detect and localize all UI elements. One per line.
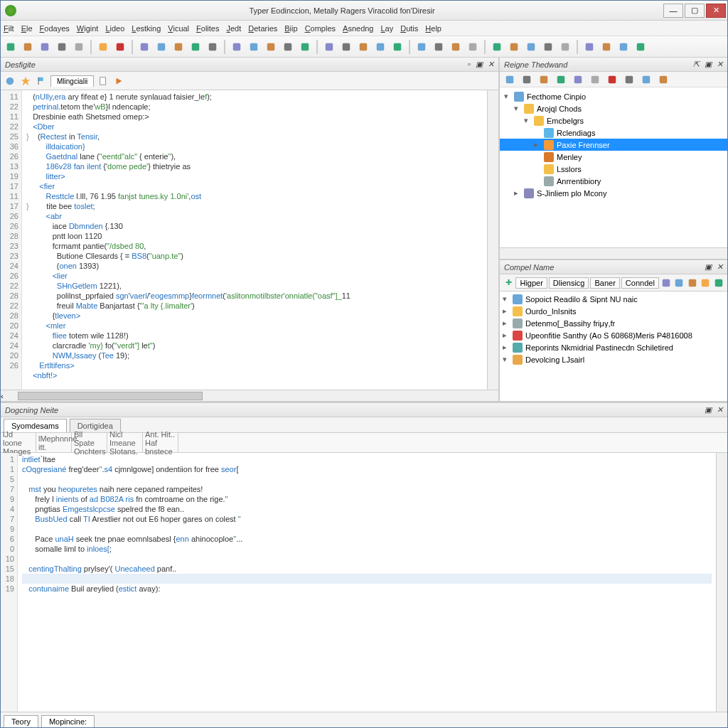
toolbar-button[interactable] — [96, 40, 110, 54]
toolbar-button[interactable] — [247, 40, 261, 54]
toolbar-button[interactable] — [356, 40, 370, 54]
compel-pill[interactable]: Baner — [590, 277, 619, 289]
toolbar-button[interactable] — [524, 40, 538, 54]
run-icon[interactable] — [112, 75, 125, 87]
toolbar-button[interactable] — [507, 40, 521, 54]
menu-folites[interactable]: Folites — [196, 24, 219, 33]
toolbar-button[interactable] — [582, 40, 596, 54]
project-tree[interactable]: ▾Fecthome Cinpio▾Arojql Chods▾EmcbelgrsR… — [500, 87, 727, 247]
menu-jedt[interactable]: Jedt — [226, 24, 241, 33]
toolbar-button[interactable] — [4, 40, 18, 54]
toolbar-button[interactable] — [298, 40, 312, 54]
compel-item[interactable]: ▸Detenmo[_Bassihy friμγ,fr — [503, 317, 724, 329]
panel-max-icon[interactable]: ▣ — [705, 60, 712, 68]
toolbar-button[interactable] — [373, 40, 387, 54]
flag-icon[interactable] — [35, 75, 48, 87]
close-button[interactable]: ✕ — [706, 4, 726, 18]
editor-code[interactable]: (nUlly,era ary fifeat e} 1 nerute synlau… — [22, 90, 487, 390]
toolbar-button[interactable] — [264, 40, 278, 54]
console-vscroll[interactable] — [716, 453, 727, 712]
toolbar-button[interactable] — [72, 40, 86, 54]
panel-close-icon[interactable]: ✕ — [488, 60, 494, 68]
toolbar-button[interactable] — [171, 40, 186, 54]
menu-filt[interactable]: Filt — [4, 24, 14, 33]
compel-icon[interactable]: ✚ — [503, 276, 514, 290]
panel-max-icon[interactable]: ▣ — [705, 262, 712, 271]
toolbar-button[interactable] — [541, 40, 555, 54]
project-tb-button[interactable] — [588, 73, 602, 87]
console-subtab[interactable]: lMephnnne.itt. — [36, 433, 72, 452]
project-tb-button[interactable] — [656, 73, 670, 87]
toolbar-button[interactable] — [21, 40, 35, 54]
toolbar-button[interactable] — [432, 40, 446, 54]
project-tb-button[interactable] — [554, 73, 568, 87]
compel-tb-button[interactable] — [673, 276, 685, 290]
console-subtab[interactable]: Nicl ImeaneSlotans. — [107, 433, 143, 452]
menu-asnedng[interactable]: Asnedng — [343, 24, 373, 33]
status-tab-right[interactable]: Mopincine: — [41, 715, 95, 727]
menu-comples[interactable]: Comples — [305, 24, 336, 33]
toolbar-button[interactable] — [449, 40, 463, 54]
compel-tb-button[interactable] — [713, 276, 724, 290]
toolbar-button[interactable] — [490, 40, 504, 54]
compel-tb-button[interactable] — [700, 276, 711, 290]
toolbar-button[interactable] — [154, 40, 168, 54]
tree-item[interactable]: Lsslors — [500, 163, 727, 175]
tree-item[interactable]: Menley — [500, 151, 727, 163]
tree-item[interactable]: ▸S-Jinliem plo Mcony — [500, 187, 727, 199]
doc-icon[interactable] — [97, 75, 109, 87]
menu-help[interactable]: Help — [425, 24, 441, 33]
tree-item[interactable]: ▾Fecthome Cinpio — [500, 90, 727, 102]
compel-pill[interactable]: Conndel — [621, 277, 659, 289]
toolbar-button[interactable] — [390, 40, 405, 54]
project-tb-button[interactable] — [520, 73, 534, 87]
toolbar-button[interactable] — [322, 40, 336, 54]
toolbar-button[interactable] — [55, 40, 69, 54]
toolbar-button[interactable] — [466, 40, 480, 54]
globe-icon[interactable] — [4, 75, 16, 87]
compel-item[interactable]: ▸Upeonfitie Santhy (Ao S 60868)Meris P48… — [503, 329, 724, 341]
toolbar-button[interactable] — [414, 40, 429, 54]
menu-wigint[interactable]: Wigint — [77, 24, 99, 33]
tree-item[interactable]: ▸Paxie Frennser — [500, 139, 727, 151]
toolbar-button[interactable] — [616, 40, 631, 54]
compel-tb-button[interactable] — [660, 276, 672, 290]
editor-tab[interactable]: Mlingcialii — [50, 75, 94, 87]
compel-item[interactable]: ▸Ourdo_InIsnits — [503, 305, 724, 317]
status-tab-left[interactable]: Teory — [4, 715, 38, 727]
toolbar-button[interactable] — [599, 40, 614, 54]
compel-pill[interactable]: Higper — [515, 277, 547, 289]
hscroll-thumb[interactable] — [18, 392, 203, 400]
compel-list[interactable]: ▾Sopoict Readilo & Sipnt NU naic▸Ourdo_I… — [500, 291, 727, 401]
project-tb-button[interactable] — [639, 73, 653, 87]
console-subtab[interactable]: Bll SpateOnchters — [72, 433, 107, 452]
compel-item[interactable]: ▾Sopoict Readilo & Sipnt NU naic — [503, 293, 724, 305]
console-output[interactable]: intliet`ltaecOqgresiané freg'deer".s4 cj… — [18, 453, 716, 712]
tree-item[interactable]: ▾Emcbelgrs — [500, 114, 727, 127]
toolbar-button[interactable] — [281, 40, 295, 54]
toolbar-button[interactable] — [339, 40, 353, 54]
toolbar-button[interactable] — [38, 40, 52, 54]
toolbar-button[interactable] — [633, 40, 648, 54]
toolbar-button[interactable] — [230, 40, 244, 54]
toolbar-button[interactable] — [558, 40, 572, 54]
menu-vicual[interactable]: Vicual — [168, 24, 189, 33]
menu-fodayes[interactable]: Fodayes — [40, 24, 70, 33]
compel-item[interactable]: ▸Reporints Nkmidrial Pastinecdn Schileti… — [503, 341, 724, 353]
menu-ele[interactable]: Ele — [21, 24, 33, 33]
project-tb-button[interactable] — [605, 73, 619, 87]
menu-detaries[interactable]: Detaries — [248, 24, 277, 33]
panel-close-icon[interactable]: ✕ — [717, 405, 723, 414]
project-tb-button[interactable] — [622, 73, 636, 87]
menu-biip[interactable]: Biip — [284, 24, 297, 33]
compel-item[interactable]: ▾Devolcing LJsairl — [503, 353, 724, 365]
tree-item[interactable]: ▾Arojql Chods — [500, 102, 727, 114]
project-tb-button[interactable] — [537, 73, 551, 87]
panel-close-icon[interactable]: ✕ — [717, 60, 723, 68]
project-tb-button[interactable] — [503, 73, 517, 87]
menu-lay[interactable]: Lay — [380, 24, 393, 33]
star-icon[interactable] — [19, 75, 32, 87]
project-tb-button[interactable] — [571, 73, 585, 87]
compel-pill[interactable]: Dliensicg — [549, 277, 589, 289]
panel-max-icon[interactable]: ▣ — [476, 60, 483, 68]
